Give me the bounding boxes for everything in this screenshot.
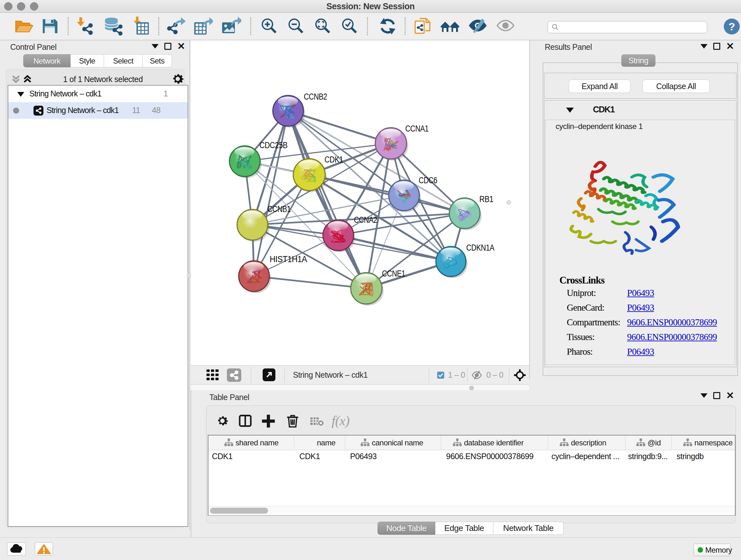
svg-text:CCNB1: CCNB1 [267,204,291,214]
svg-text:CDC6: CDC6 [419,176,437,185]
svg-text:CCNE1: CCNE1 [382,269,405,278]
svg-text:CDC25B: CDC25B [259,140,287,150]
svg-text:HIST1H1A: HIST1H1A [270,254,307,264]
svg-text:CCNA1: CCNA1 [405,124,428,133]
svg-text:CCNB2: CCNB2 [304,92,327,102]
svg-text:CCNA2: CCNA2 [354,215,377,225]
svg-text:RB1: RB1 [479,194,493,204]
svg-text:CDK1: CDK1 [325,155,343,165]
svg-text:CDKN1A: CDKN1A [466,243,494,253]
